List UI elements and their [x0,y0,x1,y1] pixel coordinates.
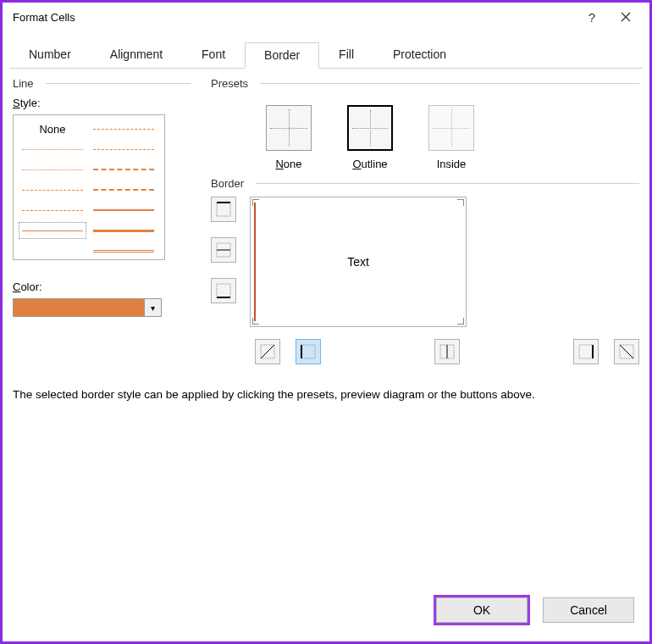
preview-left-border [254,203,256,321]
border-bottom-button[interactable] [211,278,236,303]
border-left-button[interactable] [296,339,321,364]
preset-inside[interactable]: Inside [423,105,480,170]
line-style-13[interactable] [89,221,158,240]
border-diag-down-button[interactable] [614,339,639,364]
preview-text: Text [347,255,369,269]
color-label: Color: [13,280,191,293]
svg-rect-4 [217,284,230,297]
line-style-10[interactable] [89,160,158,179]
style-label: Style: [13,97,191,109]
tab-fill[interactable]: Fill [319,42,373,68]
border-right-button[interactable] [573,339,599,364]
dropdown-arrow-icon: ▾ [144,299,161,316]
format-cells-dialog: Format Cells ? Number Alignment Font Bor… [0,0,652,644]
preset-outline[interactable]: Outline [341,105,399,170]
border-top-button[interactable] [211,197,236,222]
svg-rect-8 [301,345,315,358]
line-style-11[interactable] [89,180,158,199]
title-bar: Format Cells ? [3,3,649,31]
svg-rect-12 [579,345,593,358]
help-button[interactable]: ? [575,4,609,30]
line-style-14[interactable] [89,242,158,260]
line-style-5[interactable] [18,221,87,240]
border-middle-h-button[interactable] [211,237,236,263]
border-preview[interactable]: Text [250,197,467,327]
line-style-none[interactable]: None [18,119,87,138]
dialog-title: Format Cells [13,11,575,24]
color-swatch [14,299,144,316]
tab-font[interactable]: Font [182,42,245,68]
line-group-label: Line [13,77,41,90]
line-style-grid: None [13,114,165,260]
hint-text: The selected border style can be applied… [13,388,639,401]
line-style-9[interactable] [89,140,158,158]
line-style-2[interactable] [18,160,87,179]
tabs: Number Alignment Font Border Fill Protec… [9,42,643,69]
close-icon [621,12,631,22]
tab-number[interactable]: Number [9,42,91,68]
line-style-12[interactable] [89,201,158,219]
presets-group-label: Presets [211,77,255,90]
line-style-4[interactable] [18,201,87,219]
border-group-label: Border [211,177,251,190]
ok-button[interactable]: OK [436,597,528,623]
line-style-1[interactable] [18,140,87,158]
line-style-8[interactable] [89,119,158,138]
border-middle-v-button[interactable] [434,339,460,364]
svg-rect-0 [217,203,230,216]
preset-none[interactable]: None [260,105,318,170]
line-style-3[interactable] [18,180,87,199]
close-button[interactable] [609,4,643,30]
line-style-6[interactable] [18,242,87,260]
border-diag-up-button[interactable] [255,339,280,364]
cancel-button[interactable]: Cancel [543,597,634,623]
tab-border[interactable]: Border [245,42,319,69]
svg-line-7 [261,345,274,358]
svg-line-15 [620,345,633,358]
tab-protection[interactable]: Protection [373,42,466,68]
tab-alignment[interactable]: Alignment [91,42,182,68]
color-picker[interactable]: ▾ [13,298,162,317]
